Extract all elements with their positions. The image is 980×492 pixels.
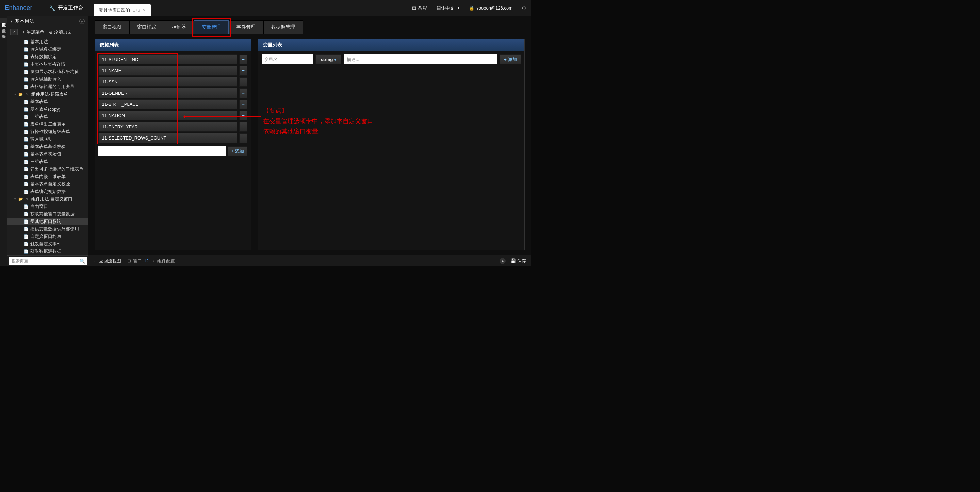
- tree-file[interactable]: 📄表单内嵌二维表单: [8, 173, 88, 180]
- tree-item-label: 表单内嵌二维表单: [30, 174, 66, 180]
- file-icon: 📄: [24, 159, 29, 164]
- content-tab[interactable]: 数据源管理: [263, 21, 303, 34]
- back-button[interactable]: ← 返回流程图: [93, 258, 121, 264]
- add-page-button[interactable]: ⊕ 添加页面: [49, 29, 72, 35]
- remove-dependency-button[interactable]: −: [239, 100, 247, 109]
- content-tab[interactable]: 窗口样式: [129, 21, 164, 34]
- file-icon: 📄: [24, 144, 29, 149]
- remove-dependency-button[interactable]: −: [239, 111, 247, 121]
- document-tab[interactable]: 受其他窗口影响 173 ×: [94, 4, 151, 16]
- tree-file[interactable]: 📄基本表单(copy): [8, 105, 88, 113]
- search-input[interactable]: [9, 257, 78, 265]
- tree-file[interactable]: 📄自定义窗口约束: [8, 233, 88, 240]
- tree-file[interactable]: 📄弹出可多行选择的二维表单: [8, 166, 88, 173]
- tree-file[interactable]: 📄基本表单自定义校验: [8, 180, 88, 188]
- tree-file[interactable]: 📄表单绑定初始数据: [8, 188, 88, 195]
- gear-icon: ⚙: [522, 5, 526, 11]
- tree-item-label: 提供变量数据供外部使用: [30, 226, 79, 232]
- tree-item-label: 触发自定义事件: [30, 241, 61, 247]
- tree-item-label: 表格编辑器的可用变量: [30, 84, 75, 90]
- tree-file[interactable]: 📄获取其他窗口变量数据: [8, 210, 88, 218]
- tree-item-label: 页脚显示求和值和平均值: [30, 69, 79, 75]
- workspace-link[interactable]: 🔧 开发工作台: [49, 5, 83, 11]
- collapse-icon[interactable]: ⟨: [11, 19, 12, 24]
- dependency-panel: 依赖列表 11-STUDENT_NO−11-NAME−11-SSN−11-GEN…: [95, 39, 251, 250]
- preview-button[interactable]: ▶: [79, 19, 85, 24]
- dependency-row: 11-STUDENT_NO−: [98, 54, 247, 64]
- content-tabs: 窗口视图窗口样式控制器变量管理事件管理数据源管理: [89, 16, 531, 34]
- remove-dependency-button[interactable]: −: [239, 55, 247, 64]
- expand-button[interactable]: ⤢: [10, 29, 18, 35]
- tree-file[interactable]: 📄表单弹出二维表单: [8, 121, 88, 128]
- remove-dependency-button[interactable]: −: [239, 134, 247, 143]
- file-icon: 📄: [24, 77, 29, 82]
- remove-dependency-button[interactable]: −: [239, 66, 247, 76]
- tree-file[interactable]: 📄行操作按钮超级表单: [8, 128, 88, 135]
- file-icon: 📄: [24, 84, 29, 89]
- tree-item-label: 输入域联动: [30, 136, 52, 142]
- content-tab[interactable]: 控制器: [164, 21, 194, 34]
- tree-file[interactable]: 📄受其他窗口影响: [8, 218, 88, 225]
- tree-item-label: 主表->从表格详情: [30, 61, 65, 67]
- variable-add-button[interactable]: + 添加: [500, 54, 521, 64]
- dependency-row: 11-NAME−: [98, 66, 247, 76]
- tree-file[interactable]: 📄基本表单初始值: [8, 150, 88, 158]
- tree-folder[interactable]: ▾📂✎组件用法-自定义窗口: [8, 195, 88, 203]
- dependency-name: 11-SSN: [98, 77, 237, 87]
- page-tree: 📄基本用法📄输入域数据绑定📄表格数据绑定📄主表->从表格详情📄页脚显示求和值和平…: [8, 37, 88, 255]
- tree-file[interactable]: 📄二维表单: [8, 113, 88, 121]
- tree-file[interactable]: 📄提供变量数据供外部使用: [8, 225, 88, 233]
- settings-button[interactable]: ⚙: [522, 5, 526, 11]
- close-icon[interactable]: ×: [143, 8, 146, 13]
- file-icon: 📄: [24, 114, 29, 119]
- add-menu-button[interactable]: + 添加菜单: [22, 29, 44, 35]
- vtab-global[interactable]: 全局设置: [0, 29, 7, 35]
- tree-file[interactable]: 📄触发自定义事件: [8, 240, 88, 248]
- tree-file[interactable]: 📄自由窗口: [8, 203, 88, 210]
- remove-dependency-button[interactable]: −: [239, 77, 247, 87]
- dependency-panel-header: 依赖列表: [95, 39, 251, 51]
- plus-icon: +: [22, 30, 25, 35]
- tree-item-label: 二维表单: [30, 114, 48, 120]
- remove-dependency-button[interactable]: −: [239, 122, 247, 132]
- vtab-page-config[interactable]: 页面配置: [0, 18, 7, 24]
- tree-file[interactable]: 📄基本用法: [8, 38, 88, 46]
- vertical-tab-strip: 页面配置 数据导航 全局设置: [0, 16, 8, 266]
- language-dropdown[interactable]: 简体中文: [437, 5, 460, 11]
- variable-name-input[interactable]: [262, 54, 313, 64]
- tree-file[interactable]: 📄输入域辅助输入: [8, 76, 88, 83]
- file-icon: 📄: [24, 122, 29, 127]
- file-icon: 📄: [24, 137, 29, 142]
- variable-desc-input[interactable]: [344, 54, 497, 64]
- user-menu[interactable]: 🔒 soooon@126.com: [469, 5, 512, 11]
- file-icon: 📄: [24, 242, 29, 246]
- tree-folder[interactable]: ▾📂✎组件用法-超级表单: [8, 91, 88, 98]
- remove-dependency-button[interactable]: −: [239, 88, 247, 98]
- dependency-row: 11-SSN−: [98, 77, 247, 87]
- content-tab[interactable]: 事件管理: [229, 21, 263, 34]
- tree-file[interactable]: 📄表格数据绑定: [8, 53, 88, 61]
- variable-type-select[interactable]: string: [315, 54, 341, 64]
- tree-file[interactable]: 📄基本表单: [8, 98, 88, 105]
- vtab-data-nav[interactable]: 数据导航: [0, 24, 7, 29]
- file-icon: 📄: [24, 69, 29, 74]
- save-button[interactable]: 💾 保存: [511, 258, 526, 264]
- dependency-name: 11-STUDENT_NO: [98, 54, 237, 64]
- tree-file[interactable]: 📄基本表单基础校验: [8, 143, 88, 150]
- content-tab[interactable]: 变量管理: [194, 21, 229, 34]
- search-button[interactable]: 🔍: [78, 257, 87, 265]
- tree-file[interactable]: 📄获取数据源数据: [8, 248, 88, 255]
- folder-icon: 📂: [18, 92, 23, 97]
- tree-file[interactable]: 📄页脚显示求和值和平均值: [8, 68, 88, 76]
- file-icon: 📄: [24, 40, 29, 44]
- content-tab[interactable]: 窗口视图: [95, 21, 129, 34]
- add-dependency-button[interactable]: +添加: [228, 146, 247, 156]
- tree-file[interactable]: 📄三维表单: [8, 158, 88, 166]
- tree-file[interactable]: 📄输入域数据绑定: [8, 46, 88, 53]
- tree-file[interactable]: 📄输入域联动: [8, 135, 88, 143]
- dependency-input[interactable]: [98, 146, 226, 156]
- tree-file[interactable]: 📄表格编辑器的可用变量: [8, 83, 88, 91]
- tree-file[interactable]: 📄主表->从表格详情: [8, 61, 88, 68]
- tutorial-link[interactable]: ▤ 教程: [412, 5, 427, 11]
- run-button[interactable]: ▶: [500, 258, 506, 264]
